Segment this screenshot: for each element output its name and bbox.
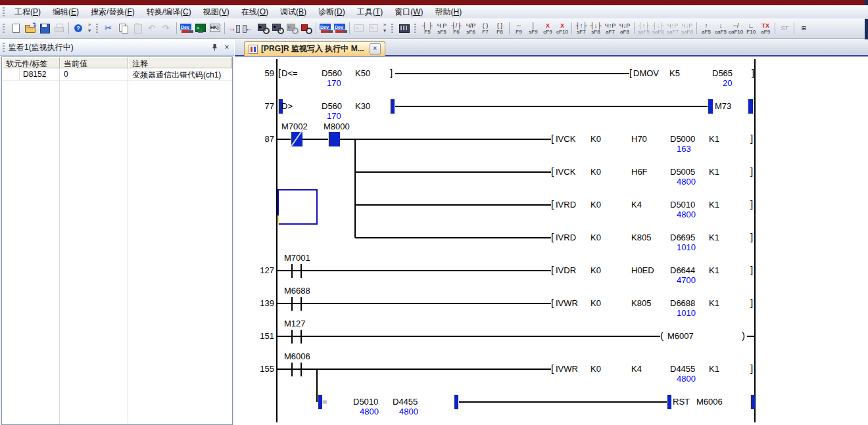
instruction-IVCK[interactable]: IVCK [556, 167, 575, 177]
contact-M127[interactable] [301, 330, 302, 344]
instruction-RST[interactable]: RST [673, 397, 690, 407]
ladder-fn-caF10-button[interactable]: ─/caF10 [728, 20, 744, 37]
ladder-fn-sF9-button[interactable]: │sF9 [526, 20, 541, 37]
ladder-fn-F8-button[interactable]: { }F8 [493, 20, 507, 37]
operand-K0[interactable]: K0 [591, 265, 601, 276]
tab-close-icon[interactable]: × [370, 43, 381, 55]
monitor-write-mode-button[interactable] [299, 21, 314, 35]
operand-K1[interactable]: K1 [709, 265, 719, 276]
menu-item-5[interactable]: 在线(O) [235, 5, 274, 19]
operand-K0[interactable]: K0 [591, 200, 601, 210]
operand-D5005[interactable]: D5005 [670, 167, 695, 177]
coil-M73[interactable]: M73 [715, 101, 731, 112]
operand-H70[interactable]: H70 [631, 134, 647, 145]
operand-D560[interactable]: D560 [322, 68, 342, 79]
operand-K0[interactable]: K0 [591, 233, 601, 243]
save-project-button[interactable] [37, 21, 52, 35]
contact-M6688[interactable] [291, 297, 293, 311]
open-project-button[interactable]: ↴ [23, 21, 37, 35]
instruction-IVRD[interactable]: IVRD [556, 200, 576, 210]
operand-D5010[interactable]: D5010 [670, 200, 695, 210]
device-test-button[interactable]: Dev [333, 21, 347, 35]
ladder-fn-aF7-button[interactable]: Ч↑РaF7 [603, 20, 617, 37]
contact-M7001[interactable] [291, 264, 293, 278]
operand-K5[interactable]: K5 [669, 68, 680, 79]
hk-display-button[interactable]: HK} [208, 21, 222, 35]
operand-D565[interactable]: D565 [712, 68, 733, 79]
operand-K0[interactable]: K0 [591, 167, 601, 177]
instruction-IVRD[interactable]: IVRD [556, 233, 576, 243]
tab-prg-monitor[interactable]: [PRG]R 监视写入 执行中 M... × [244, 41, 385, 56]
operand-K1[interactable]: K1 [709, 233, 719, 243]
menu-item-8[interactable]: 工具(T) [351, 5, 389, 19]
comment-cell[interactable]: 变频器通信出错代码(ch1) [129, 68, 232, 80]
menu-item-7[interactable]: 诊断(D) [312, 5, 351, 19]
ladder-fn-sF5-button[interactable]: Ч РsF5 [435, 20, 449, 37]
watch-window-titlebar[interactable]: 监看1(监视执行中) × [0, 39, 234, 56]
operand-D560[interactable]: D560 [322, 101, 342, 112]
toolbar-overflow-button[interactable]: »▾ [381, 20, 389, 36]
value-cell[interactable]: 0 [60, 68, 129, 80]
contact-M7001[interactable] [301, 264, 302, 278]
instruction-IVCK[interactable]: IVCK [556, 134, 575, 145]
operand-D6695[interactable]: D6695 [670, 233, 695, 243]
operand-K1[interactable]: K1 [709, 167, 719, 177]
ladder-fn-F5-button[interactable]: ┤ ├F5 [420, 20, 435, 37]
operand-K0[interactable]: K0 [591, 364, 601, 374]
ladder-fn-sF8-button[interactable]: ┤↓├sF8 [589, 20, 603, 37]
close-icon[interactable]: × [222, 43, 232, 53]
toolbar-grip[interactable] [414, 24, 416, 33]
ladder-fn-F7-button[interactable]: ( )F7 [478, 20, 493, 37]
ladder-fn-sF6-button[interactable]: Ч/РsF6 [464, 20, 478, 37]
contact-M6688[interactable] [301, 297, 302, 311]
ladder-fn-aF9-button[interactable]: TXaF9 [758, 20, 773, 37]
toolbar-grip[interactable] [391, 24, 393, 33]
menubar-grip[interactable] [3, 7, 5, 16]
ladder-fn-aF8-button[interactable]: Ч↓РaF8 [617, 20, 632, 37]
instruction-IVWR[interactable]: IVWR [556, 364, 578, 374]
menu-item-2[interactable]: 搜索/替换(F) [85, 5, 141, 19]
menu-item-9[interactable]: 窗口(W) [389, 5, 429, 19]
contact-M127[interactable] [291, 330, 293, 344]
operand-D5000[interactable]: D5000 [670, 134, 695, 145]
menu-item-1[interactable]: 编辑(E) [47, 5, 85, 19]
toolbar-overflow-button[interactable]: »▾ [85, 20, 93, 36]
ladder-fn-aF5-button[interactable]: ↑aF5 [699, 20, 713, 37]
instruction-=[interactable]: = [322, 397, 327, 407]
operand-K4[interactable]: K4 [631, 364, 642, 374]
instruction-D>[interactable]: D> [281, 101, 293, 112]
operand-D5010[interactable]: D5010 [353, 397, 378, 407]
ladder-fn-sF7-button[interactable]: ┤↑├sF7 [574, 20, 589, 37]
operand-K30[interactable]: K30 [355, 101, 370, 112]
operand-K805[interactable]: K805 [631, 298, 651, 309]
operand-K0[interactable]: K0 [591, 134, 601, 145]
operand-K1[interactable]: K1 [709, 134, 719, 145]
contact-M6006[interactable] [291, 363, 293, 376]
instruction-DMOV[interactable]: DMOV [633, 68, 659, 79]
menu-item-0[interactable]: 工程(P) [9, 5, 47, 19]
operand-D4455[interactable]: D4455 [393, 397, 418, 407]
ladder-fn-caF5-button[interactable]: ↓caF5 [713, 20, 728, 37]
operand-K4[interactable]: K4 [631, 200, 642, 210]
operand-K0[interactable]: K0 [591, 298, 601, 309]
ladder-fn-sym30-button[interactable]: ⊞ [796, 20, 811, 37]
operand-M6006[interactable]: M6006 [696, 397, 723, 407]
operand-D6688[interactable]: D6688 [670, 298, 695, 309]
keyboard-input-button[interactable] [397, 21, 412, 35]
toolbar-grip[interactable] [96, 24, 98, 33]
pin-icon[interactable] [209, 43, 220, 53]
operand-H0ED[interactable]: H0ED [631, 265, 654, 276]
instruction-IVDR[interactable]: IVDR [556, 265, 576, 276]
new-project-button[interactable] [9, 21, 23, 35]
operand-D6644[interactable]: D6644 [670, 265, 695, 276]
instruction-D<=[interactable]: D<= [281, 68, 298, 79]
operand-K1[interactable]: K1 [709, 298, 719, 309]
help-button[interactable]: ? [71, 21, 85, 35]
table-row[interactable]: D8152 0 变频器通信出错代码(ch1) [2, 68, 232, 81]
ladder-fn-cF10-button[interactable]: XcF10 [555, 20, 569, 37]
read-from-plc-button[interactable]: ← [241, 21, 256, 35]
menu-item-10[interactable]: 帮助(H) [429, 5, 468, 19]
menu-item-3[interactable]: 转换/编译(C) [141, 5, 197, 19]
menu-item-6[interactable]: 调试(B) [274, 5, 312, 19]
copy-button[interactable] [116, 21, 131, 35]
